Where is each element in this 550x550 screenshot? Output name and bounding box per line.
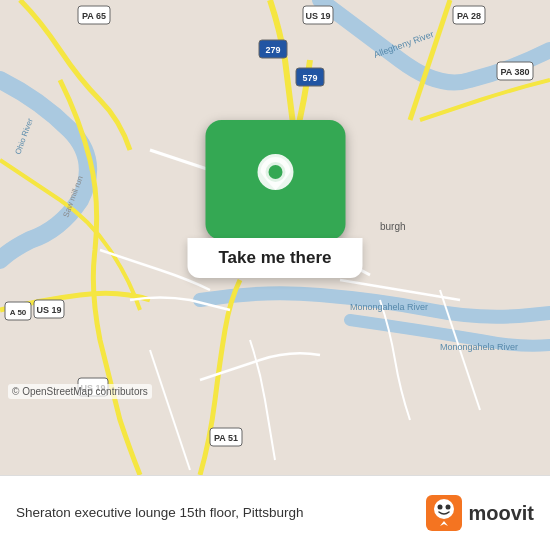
svg-point-31: [434, 499, 454, 519]
map-container: PA 65 US 19 PA 28 279 579 PA 380 US 19 A…: [0, 0, 550, 475]
svg-text:PA 380: PA 380: [500, 67, 529, 77]
popup-label-area[interactable]: Take me there: [188, 238, 363, 278]
svg-text:US 19: US 19: [36, 305, 61, 315]
svg-text:Monongahela River: Monongahela River: [440, 342, 518, 352]
svg-text:PA 28: PA 28: [457, 11, 481, 21]
footer-bar: Sheraton executive lounge 15th floor, Pi…: [0, 475, 550, 550]
location-text: Sheraton executive lounge 15th floor, Pi…: [16, 504, 426, 522]
svg-point-29: [268, 165, 282, 179]
app: PA 65 US 19 PA 28 279 579 PA 380 US 19 A…: [0, 0, 550, 550]
popup-icon-area: [205, 120, 345, 240]
location-pin-icon: [250, 150, 300, 210]
moovit-text-label: moovit: [468, 502, 534, 525]
moovit-logo: moovit: [426, 495, 534, 531]
svg-text:279: 279: [265, 45, 280, 55]
svg-text:PA 51: PA 51: [214, 433, 238, 443]
svg-text:A 50: A 50: [10, 308, 27, 317]
copyright-notice: © OpenStreetMap contributors: [8, 384, 152, 399]
moovit-mascot-icon: [426, 495, 462, 531]
svg-text:PA 65: PA 65: [82, 11, 106, 21]
take-me-there-label: Take me there: [218, 248, 331, 267]
svg-point-32: [438, 505, 443, 510]
svg-text:Monongahela River: Monongahela River: [350, 302, 428, 312]
svg-text:US 19: US 19: [305, 11, 330, 21]
svg-point-33: [446, 505, 451, 510]
svg-text:579: 579: [302, 73, 317, 83]
take-me-there-popup[interactable]: Take me there: [188, 120, 363, 278]
svg-text:burgh: burgh: [380, 221, 406, 232]
